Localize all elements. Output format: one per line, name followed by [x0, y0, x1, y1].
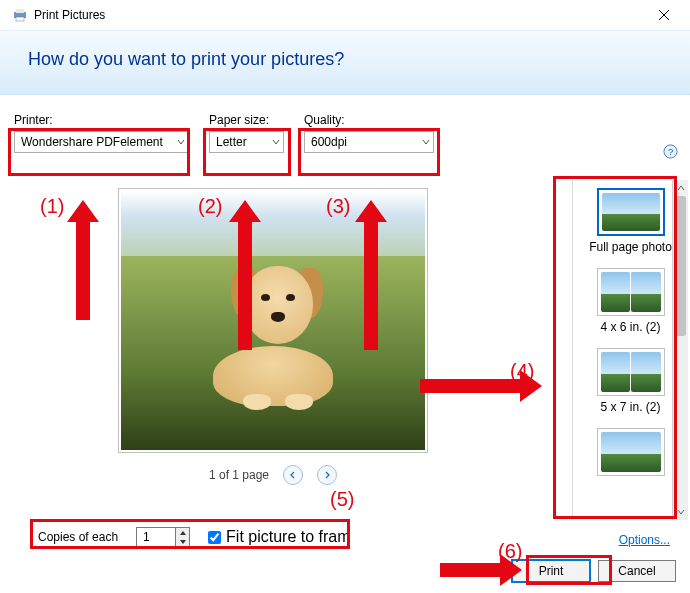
copies-up-button[interactable] [176, 528, 189, 537]
copies-row: Copies of each Fit picture to fram [38, 527, 351, 547]
print-preview [118, 188, 428, 453]
titlebar: Print Pictures [0, 0, 690, 30]
window-title: Print Pictures [34, 8, 105, 22]
scroll-up-icon[interactable] [673, 180, 688, 196]
layout-option-4x6[interactable]: 4 x 6 in. (2) [573, 260, 688, 340]
header-band: How do you want to print your pictures? [0, 30, 690, 95]
chevron-down-icon [177, 135, 185, 149]
help-icon[interactable]: ? [663, 144, 678, 159]
quality-dropdown[interactable]: 600dpi [304, 131, 434, 153]
copies-down-button[interactable] [176, 537, 189, 546]
print-button[interactable]: Print [512, 560, 590, 582]
main-area: 1 of 1 page Full page photo 4 x 6 in. (2… [0, 178, 690, 523]
fit-checkbox-wrapper[interactable]: Fit picture to fram [208, 528, 350, 546]
printer-icon [12, 7, 28, 23]
quality-value: 600dpi [311, 135, 347, 149]
copies-label: Copies of each [38, 530, 118, 544]
paper-label: Paper size: [209, 113, 284, 127]
printer-label: Printer: [14, 113, 189, 127]
layout-label: 4 x 6 in. (2) [573, 320, 688, 334]
fit-checkbox[interactable] [208, 531, 221, 544]
layout-scrollbar[interactable] [672, 180, 688, 520]
cancel-button[interactable]: Cancel [598, 560, 676, 582]
layout-label: Full page photo [573, 240, 688, 254]
scroll-thumb[interactable] [675, 196, 686, 336]
quality-label: Quality: [304, 113, 434, 127]
fit-label: Fit picture to fram [226, 528, 350, 546]
paper-value: Letter [216, 135, 247, 149]
svg-rect-1 [16, 9, 24, 13]
svg-text:?: ? [668, 147, 673, 157]
scroll-down-icon[interactable] [673, 504, 688, 520]
button-row: Print Cancel [512, 557, 676, 585]
chevron-down-icon [422, 135, 430, 149]
prev-page-button[interactable] [283, 465, 303, 485]
printer-dropdown[interactable]: Wondershare PDFelement [14, 131, 189, 153]
next-page-button[interactable] [317, 465, 337, 485]
paper-dropdown[interactable]: Letter [209, 131, 284, 153]
page-counter: 1 of 1 page [209, 468, 269, 482]
preview-panel: 1 of 1 page [118, 188, 428, 485]
options-link[interactable]: Options... [619, 533, 670, 547]
svg-rect-2 [16, 17, 24, 21]
dialog-heading: How do you want to print your pictures? [28, 49, 662, 70]
printer-value: Wondershare PDFelement [21, 135, 163, 149]
layout-option-5x7[interactable]: 5 x 7 in. (2) [573, 340, 688, 420]
layout-option-full-page[interactable]: Full page photo [573, 180, 688, 260]
field-row: Printer: Wondershare PDFelement Paper si… [0, 95, 690, 153]
copies-spinner[interactable] [136, 527, 190, 547]
layout-option-more[interactable] [573, 420, 688, 486]
close-button[interactable] [644, 0, 684, 30]
chevron-down-icon [272, 135, 280, 149]
copies-input[interactable] [136, 527, 176, 547]
layout-label: 5 x 7 in. (2) [573, 400, 688, 414]
layout-list: Full page photo 4 x 6 in. (2) 5 x 7 in. … [572, 180, 688, 520]
annotation-arrow-6 [440, 560, 520, 580]
